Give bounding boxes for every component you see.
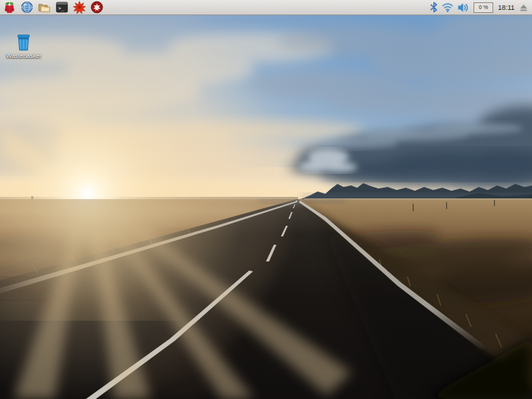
texture-grain: [0, 199, 532, 399]
taskbar: >_: [0, 0, 532, 15]
svg-text:>_: >_: [58, 5, 65, 11]
wolfram-circle-icon: [90, 1, 103, 14]
wallpaper-road-sunset: [0, 15, 532, 399]
wolfram-button[interactable]: [90, 1, 103, 14]
desktop: Wastebasket: [0, 15, 532, 399]
volume-button[interactable]: [458, 1, 469, 14]
globe-icon: [21, 1, 33, 14]
clock[interactable]: 18:11: [498, 4, 515, 11]
wifi-icon: [442, 2, 453, 12]
raspberry-icon: [3, 1, 16, 14]
cpu-monitor[interactable]: 0 %: [473, 2, 493, 13]
bluetooth-button[interactable]: [430, 1, 438, 14]
terminal-icon: >_: [55, 1, 68, 14]
wastebasket-icon: [14, 34, 33, 51]
bluetooth-icon: [430, 2, 438, 13]
desktop-icon-wastebasket[interactable]: Wastebasket: [2, 34, 45, 59]
volume-icon: [458, 2, 469, 13]
mathematica-button[interactable]: [72, 1, 86, 14]
desktop-icon-label: Wastebasket: [6, 52, 41, 59]
menu-button[interactable]: [2, 1, 16, 14]
folders-icon: [37, 1, 51, 14]
eject-icon: [519, 3, 528, 12]
web-browser-button[interactable]: [20, 1, 33, 14]
spikey-star-icon: [73, 1, 86, 14]
system-tray: 0 % 18:11: [430, 1, 532, 14]
cpu-usage-label: 0 %: [479, 5, 488, 10]
wifi-button[interactable]: [442, 1, 453, 14]
eject-button[interactable]: [519, 1, 528, 14]
terminal-button[interactable]: >_: [55, 1, 68, 14]
taskbar-launchers: >_: [0, 1, 103, 14]
file-manager-button[interactable]: [37, 1, 51, 14]
